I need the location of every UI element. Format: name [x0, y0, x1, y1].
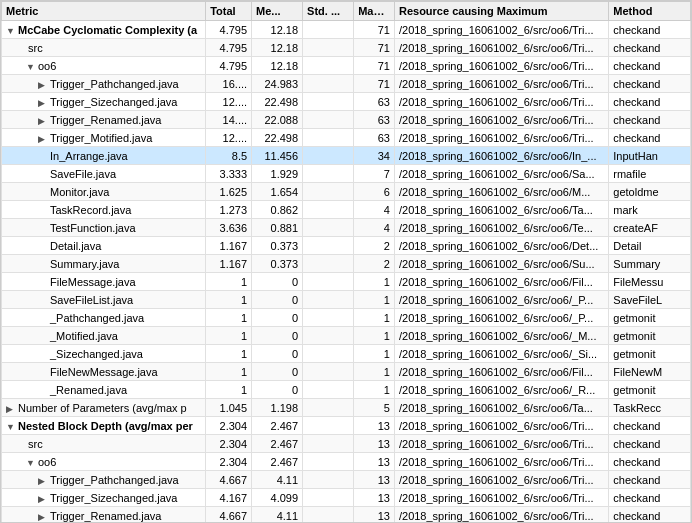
- cell-metric: TestFunction.java: [2, 219, 206, 237]
- cell-std: [303, 165, 354, 183]
- no-expand-spacer: [38, 186, 48, 196]
- table-row[interactable]: Trigger_Sizechanged.java12....22.49863/2…: [2, 93, 691, 111]
- cell-metric: src: [2, 435, 206, 453]
- col-header-mean[interactable]: Me...: [252, 2, 303, 21]
- cell-resource: /2018_spring_16061002_6/src/oo6/Tri...: [394, 75, 608, 93]
- cell-total: 1.167: [206, 237, 252, 255]
- cell-std: [303, 111, 354, 129]
- metrics-table-container[interactable]: Metric Total Me... Std. ... Maxi... Reso…: [0, 0, 692, 523]
- cell-maxi: 1: [354, 309, 395, 327]
- col-header-resource[interactable]: Resource causing Maximum: [394, 2, 608, 21]
- cell-mean: 1.198: [252, 399, 303, 417]
- col-header-total[interactable]: Total: [206, 2, 252, 21]
- cell-std: [303, 39, 354, 57]
- table-row[interactable]: Trigger_Pathchanged.java16....24.98371/2…: [2, 75, 691, 93]
- cell-resource: /2018_spring_16061002_6/src/oo6/Fil...: [394, 363, 608, 381]
- table-row[interactable]: _Motified.java101/2018_spring_16061002_6…: [2, 327, 691, 345]
- table-row[interactable]: Trigger_Renamed.java4.6674.1113/2018_spr…: [2, 507, 691, 524]
- table-row[interactable]: Trigger_Renamed.java14....22.08863/2018_…: [2, 111, 691, 129]
- col-header-std[interactable]: Std. ...: [303, 2, 354, 21]
- no-expand-spacer: [38, 276, 48, 286]
- cell-method: SaveFileL: [609, 291, 691, 309]
- cell-mean: 22.498: [252, 129, 303, 147]
- expand-right-icon[interactable]: [38, 116, 48, 126]
- table-row[interactable]: _Renamed.java101/2018_spring_16061002_6/…: [2, 381, 691, 399]
- table-row[interactable]: _Sizechanged.java101/2018_spring_1606100…: [2, 345, 691, 363]
- cell-metric: _Pathchanged.java: [2, 309, 206, 327]
- cell-total: 16....: [206, 75, 252, 93]
- expand-down-icon[interactable]: [6, 422, 16, 432]
- cell-maxi: 13: [354, 471, 395, 489]
- cell-method: getmonit: [609, 327, 691, 345]
- cell-total: 1.167: [206, 255, 252, 273]
- metric-label: Trigger_Pathchanged.java: [50, 78, 179, 90]
- cell-method: getoldme: [609, 183, 691, 201]
- cell-total: 2.304: [206, 453, 252, 471]
- table-row[interactable]: Trigger_Sizechanged.java4.1674.09913/201…: [2, 489, 691, 507]
- cell-maxi: 13: [354, 435, 395, 453]
- table-row[interactable]: src4.79512.1871/2018_spring_16061002_6/s…: [2, 39, 691, 57]
- table-row[interactable]: TestFunction.java3.6360.8814/2018_spring…: [2, 219, 691, 237]
- table-row[interactable]: FileNewMessage.java101/2018_spring_16061…: [2, 363, 691, 381]
- cell-maxi: 1: [354, 345, 395, 363]
- table-row[interactable]: SaveFile.java3.3331.9297/2018_spring_160…: [2, 165, 691, 183]
- table-row[interactable]: Monitor.java1.6251.6546/2018_spring_1606…: [2, 183, 691, 201]
- table-row[interactable]: oo64.79512.1871/2018_spring_16061002_6/s…: [2, 57, 691, 75]
- cell-resource: /2018_spring_16061002_6/src/oo6/Tri...: [394, 471, 608, 489]
- cell-std: [303, 381, 354, 399]
- metric-label: Summary.java: [50, 258, 119, 270]
- metric-label: Trigger_Renamed.java: [50, 510, 161, 522]
- expand-right-icon[interactable]: [38, 512, 48, 522]
- cell-total: 3.333: [206, 165, 252, 183]
- cell-maxi: 63: [354, 129, 395, 147]
- expand-right-icon[interactable]: [38, 80, 48, 90]
- expand-right-icon[interactable]: [6, 404, 16, 414]
- cell-method: checkand: [609, 93, 691, 111]
- cell-method: checkand: [609, 489, 691, 507]
- table-row[interactable]: FileMessage.java101/2018_spring_16061002…: [2, 273, 691, 291]
- cell-mean: 1.929: [252, 165, 303, 183]
- expand-right-icon[interactable]: [38, 494, 48, 504]
- no-expand-spacer: [38, 294, 48, 304]
- table-row[interactable]: Trigger_Pathchanged.java4.6674.1113/2018…: [2, 471, 691, 489]
- col-header-metric[interactable]: Metric: [2, 2, 206, 21]
- table-row[interactable]: Number of Parameters (avg/max p1.0451.19…: [2, 399, 691, 417]
- expand-down-icon[interactable]: [26, 62, 36, 72]
- expand-right-icon[interactable]: [38, 134, 48, 144]
- table-row[interactable]: _Pathchanged.java101/2018_spring_1606100…: [2, 309, 691, 327]
- cell-maxi: 1: [354, 381, 395, 399]
- cell-std: [303, 507, 354, 524]
- table-row[interactable]: Detail.java1.1670.3732/2018_spring_16061…: [2, 237, 691, 255]
- expand-down-icon[interactable]: [26, 458, 36, 468]
- cell-total: 4.795: [206, 39, 252, 57]
- metric-label: Trigger_Motified.java: [50, 132, 152, 144]
- table-row[interactable]: In_Arrange.java8.511.45634/2018_spring_1…: [2, 147, 691, 165]
- table-row[interactable]: Trigger_Motified.java12....22.49863/2018…: [2, 129, 691, 147]
- cell-resource: /2018_spring_16061002_6/src/oo6/_M...: [394, 327, 608, 345]
- cell-method: checkand: [609, 471, 691, 489]
- no-expand-spacer: [38, 168, 48, 178]
- metric-label: _Pathchanged.java: [50, 312, 144, 324]
- cell-method: Summary: [609, 255, 691, 273]
- col-header-method[interactable]: Method: [609, 2, 691, 21]
- cell-total: 1: [206, 381, 252, 399]
- cell-mean: 22.498: [252, 93, 303, 111]
- table-row[interactable]: src2.3042.46713/2018_spring_16061002_6/s…: [2, 435, 691, 453]
- table-row[interactable]: Nested Block Depth (avg/max per2.3042.46…: [2, 417, 691, 435]
- table-row[interactable]: Summary.java1.1670.3732/2018_spring_1606…: [2, 255, 691, 273]
- expand-right-icon[interactable]: [38, 476, 48, 486]
- expand-right-icon[interactable]: [38, 98, 48, 108]
- table-row[interactable]: SaveFileList.java101/2018_spring_1606100…: [2, 291, 691, 309]
- table-row[interactable]: oo62.3042.46713/2018_spring_16061002_6/s…: [2, 453, 691, 471]
- cell-total: 4.795: [206, 57, 252, 75]
- expand-down-icon[interactable]: [6, 26, 16, 36]
- cell-resource: /2018_spring_16061002_6/src/oo6/_P...: [394, 309, 608, 327]
- cell-total: 1.625: [206, 183, 252, 201]
- cell-resource: /2018_spring_16061002_6/src/oo6/Fil...: [394, 273, 608, 291]
- cell-metric: Trigger_Pathchanged.java: [2, 471, 206, 489]
- cell-std: [303, 363, 354, 381]
- col-header-maxi[interactable]: Maxi...: [354, 2, 395, 21]
- cell-total: 3.636: [206, 219, 252, 237]
- table-row[interactable]: McCabe Cyclomatic Complexity (a4.79512.1…: [2, 21, 691, 39]
- table-row[interactable]: TaskRecord.java1.2730.8624/2018_spring_1…: [2, 201, 691, 219]
